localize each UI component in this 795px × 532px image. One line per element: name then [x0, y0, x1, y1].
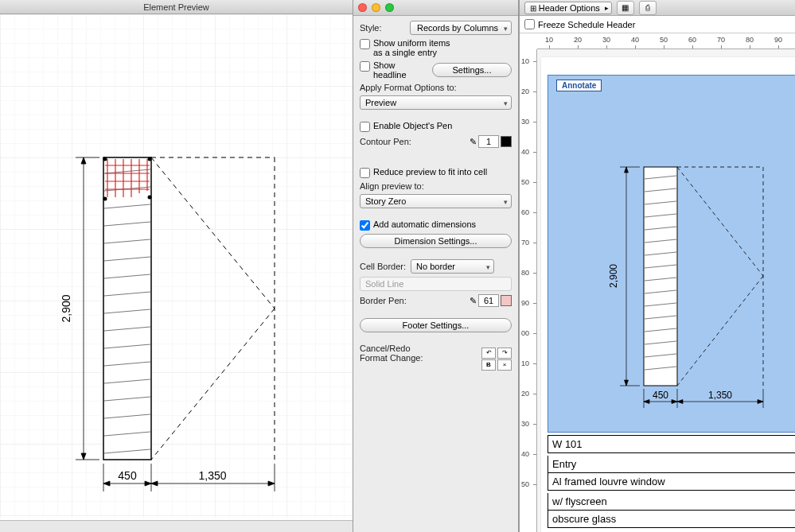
headline-label: Show headline	[373, 60, 427, 80]
reduce-checkbox[interactable]	[360, 168, 370, 178]
schedule-rows: W 101 Entry Al framed louvre window w/ f…	[548, 435, 795, 528]
format-bold-icon[interactable]: B	[481, 359, 496, 371]
svg-text:1,350: 1,350	[708, 390, 732, 401]
pen-icon: ✎	[470, 137, 477, 147]
svg-text:450: 450	[118, 469, 137, 482]
settings-panel: Style: Records by Columns Show uniform i…	[353, 0, 519, 532]
svg-point-33	[148, 157, 152, 161]
minimize-icon[interactable]	[372, 3, 380, 12]
row-note2[interactable]: obscure glass	[548, 511, 795, 528]
header-options-dropdown[interactable]: ⊞ Header Options	[524, 2, 612, 14]
element-preview-title: Element Preview	[0, 0, 353, 14]
horizontal-ruler: 102030405060708090	[537, 33, 795, 49]
align-label: Align preview to:	[360, 181, 512, 191]
row-note1[interactable]: w/ flyscreen	[548, 493, 795, 511]
autodim-checkbox[interactable]	[360, 220, 370, 231]
pen-icon: ✎	[470, 296, 477, 306]
cell-border-dropdown[interactable]: No border	[411, 259, 494, 274]
print-icon[interactable]: ⎙	[639, 1, 657, 15]
apply-dropdown[interactable]: Preview	[360, 95, 512, 110]
svg-point-32	[103, 157, 107, 161]
enable-pen-label: Enable Object's Pen	[373, 121, 452, 130]
zoom-icon[interactable]	[385, 3, 394, 12]
autodim-label: Add automatic dimensions	[373, 219, 476, 229]
style-dropdown[interactable]: Records by Columns	[410, 21, 512, 35]
dimension-settings-button[interactable]: Dimension Settings...	[360, 234, 512, 248]
uniform-label: Show uniform items as a single entry	[373, 38, 461, 57]
cancel-redo-label: Cancel/Redo	[360, 344, 477, 353]
element-preview-canvas[interactable]: 2,900 450 1,350	[0, 14, 353, 518]
row-id[interactable]: W 101	[548, 435, 795, 453]
redo-icon[interactable]: ↷	[497, 348, 512, 359]
enable-pen-checkbox[interactable]	[360, 122, 370, 132]
schedule-drawing: 2,900 450 1,350	[548, 76, 795, 433]
contour-pen-label: Contour Pen:	[360, 137, 411, 146]
svg-rect-47	[644, 167, 677, 386]
style-label: Style:	[360, 23, 382, 33]
layout-paper: Annotate	[541, 57, 795, 532]
vertical-ruler: 102030405060708090001020304050	[520, 49, 537, 532]
reduce-label: Reduce preview to fit into cell	[373, 167, 487, 177]
svg-line-65	[677, 276, 763, 386]
apply-label: Apply Format Options to:	[360, 83, 512, 92]
layout-toolbar: ⊞ Header Options ▦ ⎙	[520, 0, 795, 16]
svg-line-64	[677, 167, 763, 276]
border-pen-label: Border Pen:	[360, 296, 407, 305]
freeze-header-checkbox[interactable]	[524, 19, 535, 29]
preview-drawing: 2,900 450 1,350	[0, 14, 353, 523]
border-pen-swatch[interactable]	[501, 295, 512, 306]
preview-scrollbar[interactable]	[0, 520, 353, 532]
svg-text:2,900: 2,900	[60, 294, 72, 322]
freeze-header-label: Freeze Schedule Header	[538, 20, 635, 29]
layout-panel: ⊞ Header Options ▦ ⎙ Freeze Schedule Hea…	[519, 0, 795, 532]
format-clear-icon[interactable]: ×	[497, 359, 512, 371]
uniform-checkbox[interactable]	[360, 39, 370, 49]
layout-canvas[interactable]: Annotate	[537, 49, 795, 532]
undo-icon[interactable]: ↶	[481, 348, 496, 359]
close-icon[interactable]	[358, 3, 367, 12]
row-location[interactable]: Entry	[548, 456, 795, 473]
row-type[interactable]: Al framed louvre window	[548, 473, 795, 491]
svg-line-29	[151, 309, 275, 460]
svg-rect-0	[103, 157, 151, 460]
svg-point-35	[148, 196, 152, 200]
merge-cells-icon[interactable]: ▦	[617, 1, 634, 15]
svg-line-28	[151, 157, 275, 309]
align-dropdown[interactable]: Story Zero	[360, 194, 512, 208]
line-style-dropdown[interactable]: Solid Line	[360, 277, 512, 291]
window-titlebar	[353, 0, 518, 16]
border-pen-input[interactable]: 61	[478, 294, 499, 307]
svg-text:2,900: 2,900	[608, 264, 619, 288]
headline-checkbox[interactable]	[360, 61, 370, 72]
settings-button[interactable]: Settings...	[432, 63, 512, 77]
svg-text:450: 450	[653, 390, 668, 401]
svg-text:1,350: 1,350	[198, 469, 226, 482]
contour-pen-swatch[interactable]	[501, 136, 512, 147]
selected-cell[interactable]: Annotate	[548, 75, 795, 433]
element-preview-panel: Element Preview	[0, 0, 353, 532]
svg-point-34	[103, 197, 107, 201]
contour-pen-input[interactable]: 1	[478, 135, 499, 148]
footer-settings-button[interactable]: Footer Settings...	[360, 318, 512, 332]
cell-border-label: Cell Border:	[360, 262, 406, 271]
